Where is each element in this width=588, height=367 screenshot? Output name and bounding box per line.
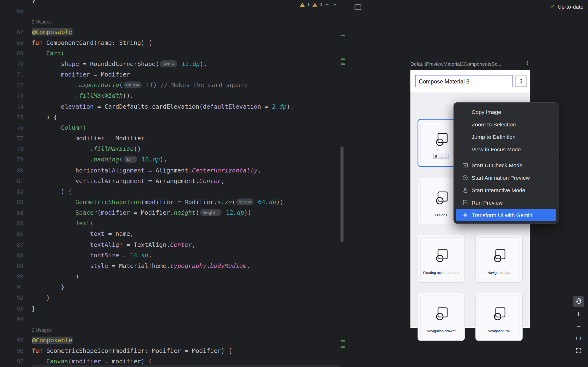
code-row[interactable]: 78 .fillMaxSize() — [0, 144, 346, 154]
line-number[interactable]: 68 — [0, 38, 28, 48]
code-row[interactable]: 70 shape = RoundedCornerShape(size = 12.… — [0, 59, 346, 69]
scrollbar-thumb[interactable] — [341, 146, 344, 242]
usages-hint[interactable]: 2 Usages — [32, 327, 52, 333]
menu-item-start-ui-check-mode[interactable]: Start UI Check Mode — [454, 159, 558, 171]
line-number[interactable] — [0, 325, 28, 335]
code-editor[interactable]: }662 Usages67@Composable68fun ComponentC… — [0, 0, 346, 367]
line-number[interactable]: 95 — [0, 335, 28, 346]
code-row[interactable]: 72 .aspectRatio(ratio = 1f) // Makes the… — [0, 80, 346, 91]
line-number[interactable]: 77 — [0, 133, 28, 144]
line-number[interactable]: 83 — [0, 197, 28, 208]
line-number[interactable]: 91 — [0, 282, 28, 293]
pan-button[interactable] — [573, 296, 584, 307]
code-row[interactable]: 92 } — [0, 293, 346, 303]
code-row[interactable]: } — [0, 0, 346, 6]
menu-item-copy-image[interactable]: Copy Image — [454, 106, 558, 118]
zoom-in-button[interactable]: + — [573, 308, 584, 319]
line-number[interactable]: 96 — [0, 346, 28, 356]
code-row[interactable]: 83 GeometricShapeIcon(modifier = Modifie… — [0, 197, 346, 208]
code-row[interactable]: 67@Composable — [0, 27, 346, 37]
line-number[interactable]: 69 — [0, 48, 28, 59]
line-number[interactable]: 81 — [0, 176, 28, 186]
line-number[interactable] — [0, 16, 28, 27]
code-row[interactable]: 80 horizontalAlignment = Alignment.Cente… — [0, 165, 346, 175]
inlay-hint[interactable]: height = — [200, 209, 221, 216]
line-number[interactable]: 76 — [0, 123, 28, 133]
menu-item-transform-ui-with-gemini[interactable]: Transform UI with Gemini — [456, 209, 556, 221]
code-row[interactable]: 75 ) { — [0, 112, 346, 123]
line-number[interactable]: 92 — [0, 293, 28, 303]
line-number[interactable]: 89 — [0, 261, 28, 271]
line-number[interactable]: 73 — [0, 91, 28, 101]
previous-highlight-icon[interactable] — [325, 2, 330, 7]
line-number[interactable]: 72 — [0, 80, 28, 91]
line-number[interactable]: 87 — [0, 239, 28, 250]
inlay-hint[interactable]: size = — [160, 60, 177, 67]
inlay-hint[interactable]: ratio = — [123, 82, 141, 88]
editor-scroll-stripe[interactable] — [340, 0, 346, 367]
line-number[interactable]: 85 — [0, 218, 28, 229]
inlay-hint[interactable]: size = — [236, 199, 254, 205]
code-row[interactable]: 91 } — [0, 282, 346, 293]
line-number[interactable]: 71 — [0, 70, 28, 80]
code-row[interactable]: 79 .padding(all = 16.dp), — [0, 154, 346, 165]
line-number[interactable]: 79 — [0, 154, 28, 165]
code-row[interactable]: 94 — [0, 314, 346, 324]
inlay-hint[interactable]: all = — [123, 156, 137, 163]
component-card-navigation-drawer[interactable]: Navigation drawer — [417, 293, 465, 341]
line-number[interactable]: 94 — [0, 314, 28, 324]
line-number[interactable]: 88 — [0, 250, 28, 261]
code-row[interactable]: 66 — [0, 6, 346, 16]
component-card-navigation-bar[interactable]: Navigation bar — [475, 235, 523, 283]
line-number[interactable]: 90 — [0, 271, 28, 282]
code-row[interactable]: 71 modifier = Modifier — [0, 70, 346, 80]
code-vision-row[interactable]: 2 Usages — [0, 16, 346, 27]
code-row[interactable]: 77 modifier = Modifier — [0, 133, 346, 144]
menu-item-jump-to-definition[interactable]: Jump to Definition — [454, 131, 558, 143]
line-number[interactable]: 84 — [0, 208, 28, 218]
preview-kebab-menu-icon[interactable] — [525, 60, 530, 67]
horizontal-scrollbar[interactable] — [32, 365, 340, 367]
code-row[interactable]: 86 text = name, — [0, 229, 346, 239]
component-card-navigation-rail[interactable]: Navigation rail — [475, 293, 523, 341]
line-number[interactable]: 80 — [0, 165, 28, 175]
line-number[interactable]: 66 — [0, 6, 28, 16]
code-row[interactable]: 68fun ComponentCard(name: String) { — [0, 38, 346, 48]
next-highlight-icon[interactable] — [332, 2, 338, 7]
code-row[interactable]: 73 .fillMaxWidth(), — [0, 91, 346, 101]
code-row[interactable]: 96fun GeometricShapeIcon(modifier: Modif… — [0, 346, 346, 356]
menu-item-start-animation-preview[interactable]: Start Animation Preview — [454, 171, 558, 184]
code-row[interactable]: 69 Card( — [0, 48, 346, 59]
line-number[interactable]: 93 — [0, 303, 28, 314]
code-row[interactable]: 74 elevation = CardDefaults.cardElevatio… — [0, 101, 346, 112]
line-number[interactable]: 67 — [0, 27, 28, 37]
app-kebab-button[interactable] — [515, 75, 527, 87]
ui-switcher-icon[interactable] — [354, 3, 362, 11]
line-number[interactable]: 74 — [0, 101, 28, 112]
code-row[interactable]: 85 Text( — [0, 218, 346, 229]
code-row[interactable]: 82 ) { — [0, 186, 346, 197]
app-title-field[interactable]: Compose Material 3 — [415, 75, 513, 87]
menu-item-run-preview[interactable]: Run Preview — [454, 196, 558, 209]
zoom-actual-size-button[interactable]: 1:1 — [573, 333, 584, 344]
line-number[interactable]: 75 — [0, 112, 28, 123]
code-row[interactable]: 95@Composable — [0, 335, 346, 346]
inspections-widget[interactable]: 1 1 — [300, 1, 338, 7]
menu-item-view-in-focus-mode[interactable]: View in Focus Mode — [454, 143, 558, 155]
code-row[interactable]: 88 fontSize = 14.sp, — [0, 250, 346, 261]
usages-hint[interactable]: 2 Usages — [32, 19, 52, 25]
zoom-out-button[interactable]: − — [573, 321, 584, 332]
code-row[interactable]: 93} — [0, 303, 346, 314]
code-row[interactable]: 89 style = MaterialTheme.typography.body… — [0, 261, 346, 271]
code-row[interactable]: 87 textAlign = TextAlign.Center, — [0, 239, 346, 250]
line-number[interactable] — [0, 0, 28, 6]
code-row[interactable]: 81 verticalArrangement = Arrangement.Cen… — [0, 176, 346, 186]
menu-item-zoom-to-selection[interactable]: Zoom to Selection — [454, 118, 558, 131]
menu-item-start-interactive-mode[interactable]: Start Interactive Mode — [454, 184, 558, 196]
line-number[interactable]: 86 — [0, 229, 28, 239]
line-number[interactable]: 97 — [0, 357, 28, 367]
line-number[interactable]: 82 — [0, 186, 28, 197]
code-row[interactable]: 90 ) — [0, 271, 346, 282]
component-card-floating-action-buttons[interactable]: Floating action buttons — [417, 235, 465, 283]
code-vision-row[interactable]: 2 Usages — [0, 325, 346, 335]
